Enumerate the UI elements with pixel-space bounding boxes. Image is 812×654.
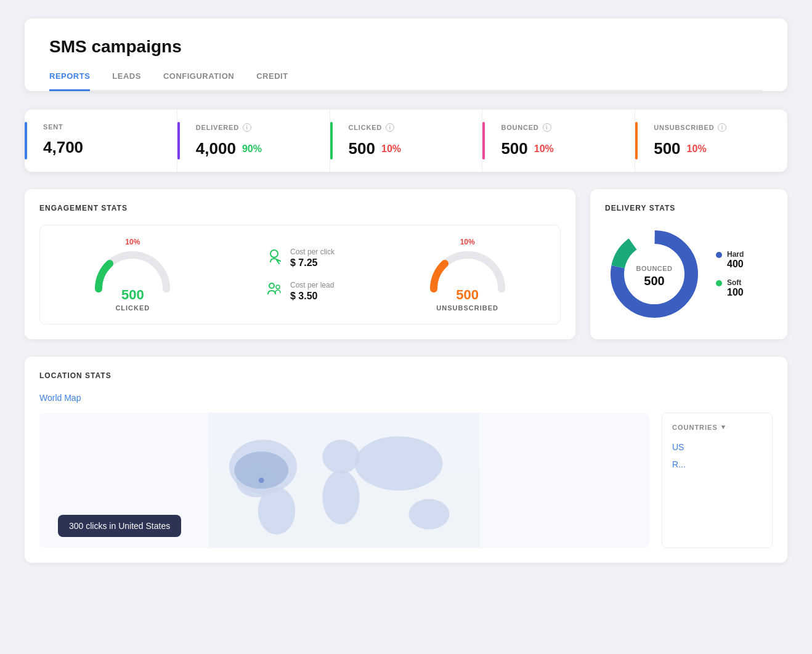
tab-credit[interactable]: CREDIT bbox=[256, 71, 288, 91]
stat-label-unsubscribed: UNSUBSCRIBED i bbox=[654, 123, 769, 132]
top-card: SMS campaigns REPORTS LEADS CONFIGURATIO… bbox=[25, 18, 787, 91]
legend-label-soft: Soft bbox=[727, 278, 744, 287]
world-map-link[interactable]: World Map bbox=[39, 393, 81, 403]
engagement-card: ENGAGEMENT STATS 10% 500 CLICKED bbox=[25, 189, 575, 339]
location-card: LOCATION STATS World Map bbox=[25, 357, 787, 563]
svg-point-9 bbox=[355, 437, 443, 491]
engagement-inner: 10% 500 CLICKED bbox=[39, 225, 561, 325]
clicked-gauge: 10% 500 CLICKED bbox=[92, 238, 173, 312]
stat-value-clicked: 500 10% bbox=[349, 139, 464, 158]
location-title: LOCATION STATS bbox=[39, 371, 773, 380]
donut-center-label: BOUNCED bbox=[636, 265, 672, 272]
cost-per-lead-item: Cost per lead $ 3.50 bbox=[266, 281, 335, 302]
main-content: ENGAGEMENT STATS 10% 500 CLICKED bbox=[25, 189, 787, 339]
legend-dot-hard bbox=[716, 252, 722, 258]
clicked-gauge-percent: 10% bbox=[125, 238, 140, 246]
stat-value-delivered: 4,000 90% bbox=[196, 139, 311, 158]
donut-center-value: 500 bbox=[644, 274, 664, 288]
svg-point-12 bbox=[259, 478, 264, 483]
stat-percent-bounced: 10% bbox=[534, 143, 554, 155]
stat-value-bounced: 500 10% bbox=[501, 139, 616, 158]
stat-clicked: CLICKED i 500 10% bbox=[330, 110, 483, 172]
donut-area: BOUNCED 500 Hard 400 Soft bbox=[605, 225, 773, 323]
info-icon-bounced[interactable]: i bbox=[543, 123, 551, 132]
stat-bounced: BOUNCED i 500 10% bbox=[482, 110, 635, 172]
chevron-down-icon: ▾ bbox=[721, 423, 726, 431]
legend-dot-soft bbox=[716, 280, 722, 286]
cost-per-click-item: Cost per click $ 7.25 bbox=[266, 248, 335, 268]
tabs: REPORTS LEADS CONFIGURATION CREDIT bbox=[49, 71, 763, 91]
delivery-card: DELIVERY STATS BOUNCED 500 bbox=[590, 189, 787, 339]
countries-panel: COUNTRIES ▾ US R... bbox=[662, 413, 773, 548]
unsubscribed-gauge-svg bbox=[428, 249, 508, 292]
countries-header: COUNTRIES ▾ bbox=[672, 423, 762, 431]
svg-point-10 bbox=[409, 499, 450, 530]
map-tooltip: 300 clicks in United States bbox=[58, 515, 181, 537]
info-icon-delivered[interactable]: i bbox=[243, 123, 251, 132]
stat-sent: SENT 4,700 bbox=[25, 110, 177, 172]
delivery-title: DELIVERY STATS bbox=[605, 204, 773, 212]
country-r[interactable]: R... bbox=[672, 456, 762, 473]
stat-bar-unsubscribed bbox=[635, 122, 638, 159]
stat-bar-bounced bbox=[482, 122, 485, 159]
cost-per-lead-value: $ 3.50 bbox=[290, 291, 334, 302]
legend-label-hard: Hard bbox=[727, 250, 744, 259]
stat-percent-unsubscribed: 10% bbox=[687, 143, 707, 155]
legend-value-soft: 100 bbox=[727, 287, 744, 298]
cost-per-lead-label: Cost per lead bbox=[290, 281, 334, 289]
svg-point-8 bbox=[322, 470, 360, 525]
cost-per-lead-text: Cost per lead $ 3.50 bbox=[290, 281, 334, 302]
cost-per-click-value: $ 7.25 bbox=[290, 257, 335, 268]
stat-bar-delivered bbox=[177, 122, 180, 159]
map-area: 300 clicks in United States COUNTRIES ▾ … bbox=[39, 413, 773, 548]
page-title: SMS campaigns bbox=[49, 37, 763, 57]
stat-label-delivered: DELIVERED i bbox=[196, 123, 311, 132]
info-icon-clicked[interactable]: i bbox=[386, 123, 394, 132]
clicked-gauge-svg bbox=[92, 249, 173, 292]
svg-point-6 bbox=[258, 487, 296, 535]
unsubscribed-gauge-percent: 10% bbox=[460, 238, 475, 246]
stat-bar-clicked bbox=[330, 122, 333, 159]
stat-unsubscribed: UNSUBSCRIBED i 500 10% bbox=[635, 110, 787, 172]
lead-icon bbox=[266, 281, 283, 302]
svg-point-0 bbox=[270, 250, 278, 257]
svg-point-11 bbox=[234, 451, 288, 489]
stat-value-unsubscribed: 500 10% bbox=[654, 139, 769, 158]
legend-hard: Hard 400 bbox=[716, 250, 744, 270]
svg-point-2 bbox=[276, 285, 280, 289]
unsubscribed-gauge: 10% 500 UNSUBSCRIBED bbox=[428, 238, 508, 312]
map-container: 300 clicks in United States bbox=[39, 413, 649, 548]
cost-per-click-label: Cost per click bbox=[290, 248, 335, 256]
tab-leads[interactable]: LEADS bbox=[112, 71, 141, 91]
stat-label-sent: SENT bbox=[43, 123, 158, 131]
stat-value-sent: 4,700 bbox=[43, 138, 158, 157]
stat-bar-sent bbox=[25, 122, 27, 159]
cost-per-click-text: Cost per click $ 7.25 bbox=[290, 248, 335, 268]
stat-label-clicked: CLICKED i bbox=[349, 123, 464, 132]
clicked-gauge-label: CLICKED bbox=[115, 304, 150, 312]
tab-reports[interactable]: REPORTS bbox=[49, 71, 90, 91]
click-icon bbox=[266, 248, 283, 268]
engagement-title: ENGAGEMENT STATS bbox=[39, 204, 561, 212]
stat-percent-clicked: 10% bbox=[381, 143, 401, 155]
unsubscribed-gauge-label: UNSUBSCRIBED bbox=[436, 304, 498, 312]
clicked-gauge-value: 500 bbox=[121, 287, 144, 303]
legend-value-hard: 400 bbox=[727, 259, 744, 270]
stat-delivered: DELIVERED i 4,000 90% bbox=[177, 110, 330, 172]
stats-bar: SENT 4,700 DELIVERED i 4,000 90% CLICKED… bbox=[25, 110, 787, 172]
donut-chart: BOUNCED 500 bbox=[605, 225, 704, 323]
svg-point-7 bbox=[322, 440, 360, 474]
cost-block: Cost per click $ 7.25 bbox=[266, 248, 335, 302]
stat-percent-delivered: 90% bbox=[242, 143, 262, 155]
unsubscribed-gauge-value: 500 bbox=[456, 287, 479, 303]
tab-configuration[interactable]: CONFIGURATION bbox=[163, 71, 234, 91]
info-icon-unsubscribed[interactable]: i bbox=[718, 123, 726, 132]
country-us[interactable]: US bbox=[672, 438, 762, 456]
stat-label-bounced: BOUNCED i bbox=[501, 123, 616, 132]
legend-soft: Soft 100 bbox=[716, 278, 744, 298]
donut-legend: Hard 400 Soft 100 bbox=[716, 250, 744, 298]
svg-point-1 bbox=[269, 283, 274, 288]
